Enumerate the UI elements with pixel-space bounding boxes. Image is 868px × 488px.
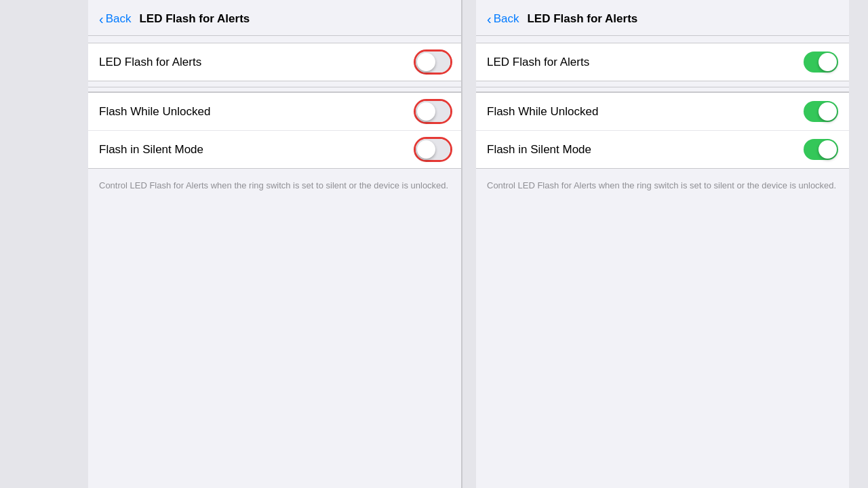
- left-back-label: Back: [106, 12, 132, 26]
- right-label-flash-unlocked: Flash While Unlocked: [487, 105, 598, 119]
- left-row-flash-unlocked: Flash While Unlocked: [88, 93, 461, 131]
- left-toggle-knob-flash-unlocked: [417, 102, 435, 121]
- left-toggle-led-flash[interactable]: [416, 52, 450, 73]
- left-back-button[interactable]: ‹ Back: [99, 12, 131, 26]
- right-group-main: LED Flash for Alerts: [476, 43, 849, 81]
- left-description: Control LED Flash for Alerts when the ri…: [88, 174, 461, 200]
- left-separator: [88, 87, 461, 92]
- right-toggle-knob-led-flash: [818, 53, 837, 71]
- left-content: LED Flash for Alerts Flash While Unlocke…: [88, 36, 461, 488]
- right-row-flash-silent: Flash in Silent Mode: [476, 131, 849, 168]
- right-toggle-knob-flash-unlocked: [818, 102, 837, 121]
- right-toggle-wrapper-led-flash: [804, 52, 838, 73]
- left-row-flash-silent: Flash in Silent Mode: [88, 131, 461, 168]
- left-nav-title: LED Flash for Alerts: [139, 12, 250, 26]
- left-toggle-flash-silent[interactable]: [416, 139, 450, 160]
- left-group-secondary: Flash While Unlocked Flash in Silent Mod…: [88, 92, 461, 169]
- right-nav-title: LED Flash for Alerts: [527, 12, 637, 26]
- right-back-label: Back: [494, 12, 519, 26]
- left-label-led-flash: LED Flash for Alerts: [99, 56, 201, 69]
- right-nav-header: ‹ Back LED Flash for Alerts: [476, 0, 849, 36]
- left-row-led-flash: LED Flash for Alerts: [88, 43, 461, 81]
- right-separator: [476, 87, 849, 92]
- right-label-led-flash: LED Flash for Alerts: [487, 56, 589, 69]
- left-chevron-icon: ‹: [99, 12, 104, 26]
- left-toggle-wrapper-flash-silent: [416, 139, 450, 160]
- right-toggle-led-flash[interactable]: [804, 52, 838, 73]
- right-toggle-flash-unlocked[interactable]: [804, 101, 838, 122]
- left-label-flash-unlocked: Flash While Unlocked: [99, 105, 210, 119]
- left-nav-header: ‹ Back LED Flash for Alerts: [88, 0, 461, 36]
- right-toggle-knob-flash-silent: [818, 140, 837, 159]
- right-toggle-flash-silent[interactable]: [804, 139, 838, 160]
- right-label-flash-silent: Flash in Silent Mode: [487, 143, 591, 157]
- right-panel: ‹ Back LED Flash for Alerts LED Flash fo…: [476, 0, 849, 488]
- left-label-flash-silent: Flash in Silent Mode: [99, 143, 203, 157]
- left-toggle-wrapper-led-flash: [416, 52, 450, 73]
- left-group-main: LED Flash for Alerts: [88, 43, 461, 81]
- right-back-button[interactable]: ‹ Back: [487, 12, 519, 26]
- left-toggle-knob-flash-silent: [417, 140, 435, 159]
- right-description: Control LED Flash for Alerts when the ri…: [476, 174, 849, 200]
- right-row-flash-unlocked: Flash While Unlocked: [476, 93, 849, 131]
- right-toggle-wrapper-flash-unlocked: [804, 101, 838, 122]
- left-panel: ‹ Back LED Flash for Alerts LED Flash fo…: [88, 0, 461, 488]
- panel-divider: [461, 0, 462, 488]
- right-content: LED Flash for Alerts Flash While Unlocke…: [476, 36, 849, 488]
- left-toggle-knob-led-flash: [417, 53, 435, 71]
- left-toggle-flash-unlocked[interactable]: [416, 101, 450, 122]
- right-group-secondary: Flash While Unlocked Flash in Silent Mod…: [476, 92, 849, 169]
- right-row-led-flash: LED Flash for Alerts: [476, 43, 849, 81]
- right-toggle-wrapper-flash-silent: [804, 139, 838, 160]
- left-toggle-wrapper-flash-unlocked: [416, 101, 450, 122]
- right-chevron-icon: ‹: [487, 12, 492, 26]
